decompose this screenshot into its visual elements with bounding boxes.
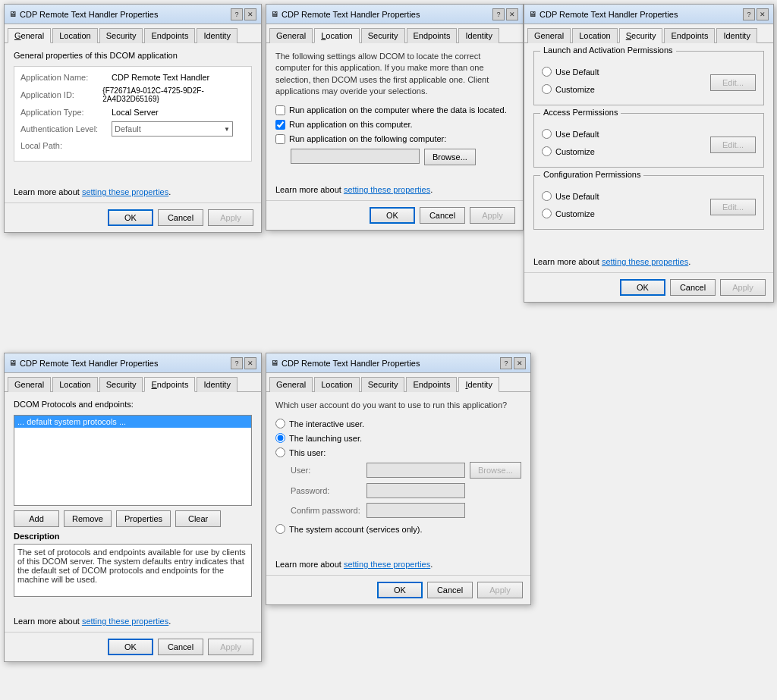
close-button-location[interactable]: ✕ <box>506 8 518 20</box>
ok-button-location[interactable]: OK <box>370 207 415 224</box>
tab-endpoints-endpoints[interactable]: Endpoints <box>144 377 195 392</box>
identity-confirm-input[interactable] <box>366 503 465 518</box>
access-customize-radio[interactable] <box>542 146 552 156</box>
ok-button-identity[interactable]: OK <box>377 582 423 598</box>
cancel-button-location[interactable]: Cancel <box>420 207 465 224</box>
help-button-location[interactable]: ? <box>492 8 505 20</box>
location-option3-label: Run application on the following compute… <box>289 134 446 143</box>
endpoints-listbox-item[interactable]: ... default system protocols ... <box>14 416 251 428</box>
identity-question: Which user account do you want to use to… <box>275 400 521 411</box>
tab-identity-security[interactable]: Security <box>361 377 405 392</box>
identity-interactive-radio[interactable] <box>275 419 285 428</box>
tab-general-identity[interactable]: Identity <box>197 28 237 43</box>
localpath-label: Local Path: <box>20 141 112 150</box>
ok-button-security[interactable]: OK <box>620 279 665 296</box>
endpoints-add-button[interactable]: Add <box>14 510 59 527</box>
config-edit-button[interactable]: Edit... <box>710 199 756 215</box>
close-button-security[interactable]: ✕ <box>757 8 769 20</box>
launch-use-default-label: Use Default <box>555 67 599 77</box>
access-radios: Use Default Customize <box>542 129 599 161</box>
close-button-identity[interactable]: ✕ <box>514 357 526 369</box>
learn-more-text-endpoints: Learn more about <box>14 617 82 626</box>
cancel-button-identity[interactable]: Cancel <box>427 582 473 598</box>
title-icon-id: 🖥 <box>271 359 278 367</box>
tab-identity-endpoints[interactable]: Endpoints <box>406 377 457 392</box>
tab-location-endpoints[interactable]: Endpoints <box>407 28 458 43</box>
tab-endpoints-general[interactable]: General <box>8 377 51 392</box>
launch-use-default-radio[interactable] <box>542 67 552 77</box>
tab-security-security[interactable]: Security <box>619 28 663 43</box>
ok-button-general[interactable]: OK <box>108 209 153 226</box>
cancel-button-security[interactable]: Cancel <box>670 279 716 296</box>
tab-general-security[interactable]: Security <box>99 28 143 43</box>
identity-password-input[interactable] <box>366 483 465 498</box>
tab-endpoints-identity[interactable]: Identity <box>197 377 237 392</box>
location-option2-check[interactable] <box>275 120 285 130</box>
content-identity: Which user account do you want to use to… <box>266 392 530 548</box>
apply-button-identity[interactable]: Apply <box>477 582 523 598</box>
tab-general-general[interactable]: General <box>8 28 51 43</box>
location-computer-input[interactable] <box>291 149 420 164</box>
identity-thisuser-radio[interactable] <box>275 447 285 457</box>
identity-password-row: Password: <box>291 483 521 498</box>
ok-button-endpoints[interactable]: OK <box>108 639 153 655</box>
access-customize-label: Customize <box>555 147 595 156</box>
close-button-general[interactable]: ✕ <box>244 8 256 20</box>
endpoints-section-label: DCOM Protocols and endpoints: <box>14 400 252 409</box>
close-button-endpoints[interactable]: ✕ <box>244 357 256 369</box>
tab-security-location[interactable]: Location <box>572 28 618 43</box>
location-option3-check[interactable] <box>275 134 285 144</box>
config-customize-radio[interactable] <box>542 209 552 218</box>
location-browse-button[interactable]: Browse... <box>424 149 476 165</box>
help-button-security[interactable]: ? <box>743 8 755 20</box>
learn-more-link-identity[interactable]: setting these properties <box>344 560 430 569</box>
help-button-endpoints[interactable]: ? <box>231 357 243 369</box>
tab-identity-location[interactable]: Location <box>314 377 360 392</box>
endpoints-clear-button[interactable]: Clear <box>175 510 221 527</box>
tab-security-identity[interactable]: Identity <box>716 28 757 43</box>
tab-location-general[interactable]: General <box>269 28 313 43</box>
tab-identity-general[interactable]: General <box>269 377 313 392</box>
config-use-default-radio[interactable] <box>542 191 552 201</box>
cancel-button-general[interactable]: Cancel <box>158 209 203 226</box>
identity-password-label: Password: <box>291 486 366 495</box>
title-endpoints: 🖥 CDP Remote Text Handler Properties <box>9 359 158 368</box>
location-option1-check[interactable] <box>275 105 285 115</box>
identity-launching-radio[interactable] <box>275 433 285 443</box>
identity-thisuser-row: This user: <box>275 447 521 457</box>
tab-security-endpoints[interactable]: Endpoints <box>664 28 715 43</box>
endpoints-properties-button[interactable]: Properties <box>116 510 171 527</box>
identity-browse-button[interactable]: Browse... <box>470 462 521 479</box>
tab-general-endpoints[interactable]: Endpoints <box>144 28 195 43</box>
apply-button-security[interactable]: Apply <box>720 279 766 296</box>
tab-security-general[interactable]: General <box>527 28 571 43</box>
tab-location-identity[interactable]: Identity <box>458 28 499 43</box>
identity-sysaccount-label: The system account (services only). <box>289 525 422 534</box>
learn-more-link-general[interactable]: setting these properties <box>82 187 168 196</box>
tab-general-location[interactable]: Location <box>52 28 98 43</box>
help-button-identity[interactable]: ? <box>500 357 512 369</box>
tab-location-location[interactable]: Location <box>314 28 360 43</box>
launch-edit-button[interactable]: Edit... <box>710 74 756 91</box>
cancel-button-endpoints[interactable]: Cancel <box>158 639 203 655</box>
identity-user-input[interactable] <box>366 463 465 478</box>
launch-customize-radio[interactable] <box>542 84 552 94</box>
access-use-default-radio[interactable] <box>542 129 552 139</box>
endpoints-remove-button[interactable]: Remove <box>64 510 112 527</box>
apply-button-general[interactable]: Apply <box>208 209 253 226</box>
authlevel-combo[interactable]: Default ▼ <box>112 121 233 137</box>
tab-endpoints-location[interactable]: Location <box>52 377 98 392</box>
tab-location-security[interactable]: Security <box>361 28 405 43</box>
tab-endpoints-security[interactable]: Security <box>99 377 143 392</box>
location-option2-row: Run application on this computer. <box>275 120 514 130</box>
access-edit-button[interactable]: Edit... <box>710 137 756 153</box>
tab-identity-identity[interactable]: Identity <box>458 377 499 392</box>
identity-sysaccount-radio[interactable] <box>275 524 285 534</box>
learn-more-link-location[interactable]: setting these properties <box>344 185 430 194</box>
help-button-general[interactable]: ? <box>231 8 243 20</box>
learn-more-link-security[interactable]: setting these properties <box>602 257 688 266</box>
endpoints-listbox[interactable]: ... default system protocols ... <box>14 415 252 506</box>
apply-button-endpoints[interactable]: Apply <box>208 639 253 655</box>
apply-button-location[interactable]: Apply <box>470 207 515 224</box>
learn-more-link-endpoints[interactable]: setting these properties <box>82 617 168 626</box>
